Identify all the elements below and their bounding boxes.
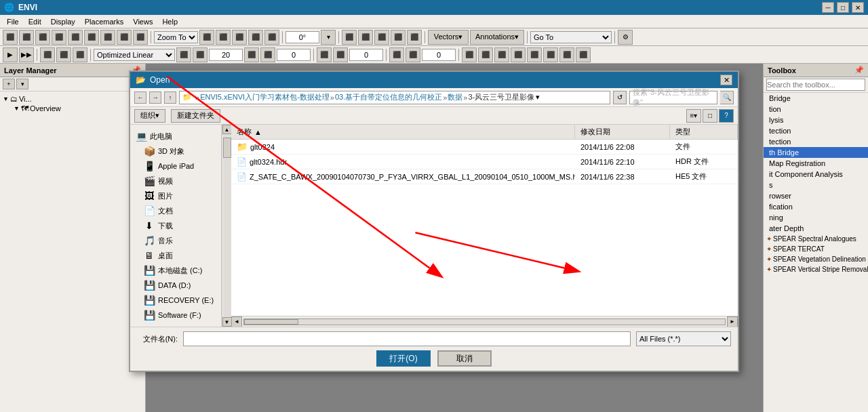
sidebar-documents[interactable]: 📄 文档 (130, 203, 221, 218)
toolbar-btn-19[interactable]: ⬛ (407, 30, 422, 45)
t2-btn-21[interactable]: ⬛ (576, 47, 591, 62)
file-row-0[interactable]: 📁 glt0324 2014/11/6 22:08 文件 (231, 140, 738, 154)
toolbar-btn-8[interactable]: ⬛ (117, 30, 132, 45)
sidebar-pictures[interactable]: 🖼 图片 (130, 188, 221, 203)
t2-btn-7[interactable]: ⬛ (193, 47, 208, 62)
toolbar-btn-3[interactable]: ⬛ (35, 30, 50, 45)
t2-btn-11[interactable]: ⬛ (333, 47, 348, 62)
toolbar-btn-18[interactable]: ⬛ (391, 30, 406, 45)
col-date[interactable]: 修改日期 (575, 125, 670, 139)
minimize-button[interactable]: ─ (822, 2, 834, 13)
path-seg-1[interactable]: ENVI5.xENVI入门学习素材包-数据处理 (200, 92, 330, 102)
t2-btn-20[interactable]: ⬛ (559, 47, 574, 62)
toolbar-btn-13[interactable]: ⬛ (248, 30, 263, 45)
search-box[interactable]: 搜索"3-风云三号卫星影像" (629, 91, 717, 104)
menu-views[interactable]: Views (129, 16, 157, 28)
toolbar-btn-10[interactable]: ⬛ (199, 30, 214, 45)
refresh-button[interactable]: ↺ (613, 91, 627, 104)
menu-placemarks[interactable]: Placemarks (81, 16, 127, 28)
new-folder-button[interactable]: 新建文件夹 (171, 109, 220, 123)
close-button[interactable]: ✕ (852, 2, 864, 13)
sidebar-downloads[interactable]: ⬇ 下载 (130, 218, 221, 233)
up-button[interactable]: ↑ (164, 91, 176, 104)
rotation-dropdown[interactable]: ▾ (321, 30, 336, 45)
cancel-button[interactable]: 取消 (437, 350, 492, 367)
band-input-2[interactable] (277, 49, 311, 61)
sidebar-drive-c[interactable]: 💾 本地磁盘 (C:) (130, 263, 221, 278)
menu-edit[interactable]: Edit (24, 16, 45, 28)
t2-btn-12[interactable]: ⬛ (389, 47, 404, 62)
sidebar-scroll-track[interactable] (223, 134, 231, 317)
rotation-input[interactable] (285, 31, 319, 43)
toolbar-btn-15[interactable]: ⬛ (342, 30, 357, 45)
toolbar-btn-4[interactable]: ⬛ (52, 30, 66, 45)
open-button[interactable]: 打开(O) (376, 350, 431, 367)
t2-btn-3[interactable]: ⬛ (40, 47, 55, 62)
search-icon[interactable]: 🔍 (720, 91, 734, 104)
sidebar-computer[interactable]: 💻 此电脑 (130, 129, 221, 144)
filename-input[interactable] (183, 331, 631, 346)
path-seg-3[interactable]: 数据 (448, 92, 462, 102)
t2-btn-19[interactable]: ⬛ (543, 47, 558, 62)
t2-btn-4[interactable]: ⬛ (56, 47, 71, 62)
path-dropdown[interactable]: ▾ (536, 93, 540, 102)
band-input-1[interactable] (209, 49, 243, 61)
sidebar-scroll-thumb[interactable] (223, 138, 231, 158)
menu-file[interactable]: File (3, 16, 23, 28)
file-hscrollbar[interactable]: ◄ ► (231, 316, 738, 327)
col-type[interactable]: 类型 (670, 125, 738, 139)
t2-btn-6[interactable]: ⬛ (176, 47, 191, 62)
hscroll-left[interactable]: ◄ (231, 316, 242, 327)
band-input-4[interactable] (422, 49, 456, 61)
sidebar-scroll-up[interactable]: ▲ (222, 125, 232, 134)
stretch-select[interactable]: Optimized Linear (94, 49, 175, 61)
toolbar-btn-1[interactable]: ⬛ (3, 30, 18, 45)
go-to-select[interactable]: Go To (530, 31, 612, 43)
col-name[interactable]: 名称 ▲ (231, 125, 575, 139)
vectors-btn[interactable]: Vectors▾ (428, 30, 469, 45)
view-list-btn[interactable]: ≡▾ (686, 109, 701, 123)
sidebar-drive-f[interactable]: 💾 Software (F:) (130, 308, 221, 323)
hscroll-right[interactable]: ► (727, 316, 738, 327)
annotations-btn[interactable]: Annotations▾ (470, 30, 524, 45)
sidebar-desktop[interactable]: 🖥 桌面 (130, 248, 221, 263)
hscroll-thumb[interactable] (244, 319, 298, 325)
sidebar-3d[interactable]: 📦 3D 对象 (130, 144, 221, 159)
t2-btn-2[interactable]: ▶▶ (19, 47, 34, 62)
menu-display[interactable]: Display (47, 16, 79, 28)
t2-btn-9[interactable]: ⬛ (260, 47, 275, 62)
toolbar-btn-16[interactable]: ⬛ (358, 30, 373, 45)
organize-button[interactable]: 组织▾ (134, 109, 165, 123)
sidebar-music[interactable]: 🎵 音乐 (130, 233, 221, 248)
back-button[interactable]: ← (134, 91, 146, 104)
toolbar-btn-2[interactable]: ⬛ (19, 30, 34, 45)
dialog-close-button[interactable]: ✕ (720, 75, 732, 85)
hscroll-track[interactable] (243, 318, 726, 325)
zoom-to-select[interactable]: Zoom To (154, 31, 198, 43)
t2-btn-13[interactable]: ⬛ (406, 47, 420, 62)
t2-btn-14[interactable]: ⬛ (462, 47, 477, 62)
file-row-2[interactable]: 📄 Z_SATE_C_BAWX_20090104070730_P_FY3A_VI… (231, 169, 738, 184)
maximize-button[interactable]: □ (837, 2, 849, 13)
view-icons-btn[interactable]: □ (703, 109, 717, 123)
path-seg-4[interactable]: 3-风云三号卫星影像 (468, 92, 534, 102)
band-input-3[interactable] (349, 49, 383, 61)
sidebar-drive-e[interactable]: 💾 RECOVERY (E:) (130, 293, 221, 308)
sidebar-drive-d[interactable]: 💾 DATA (D:) (130, 278, 221, 293)
t2-btn-18[interactable]: ⬛ (527, 47, 542, 62)
t2-btn-8[interactable]: ⬛ (244, 47, 259, 62)
toolbar-btn-17[interactable]: ⬛ (374, 30, 389, 45)
forward-button[interactable]: → (149, 91, 161, 104)
sidebar-video[interactable]: 🎬 视频 (130, 173, 221, 188)
t2-btn-16[interactable]: ⬛ (494, 47, 509, 62)
t2-btn-5[interactable]: ⬛ (73, 47, 87, 62)
sidebar-ipad[interactable]: 📱 Apple iPad (130, 159, 221, 173)
toolbar-btn-12[interactable]: ⬛ (232, 30, 247, 45)
path-breadcrumb[interactable]: 📁 » ENVI5.xENVI入门学习素材包-数据处理 » 03.基于自带定位信… (179, 91, 610, 104)
t2-btn-15[interactable]: ⬛ (478, 47, 493, 62)
toolbar-btn-11[interactable]: ⬛ (216, 30, 231, 45)
toolbar-btn-6[interactable]: ⬛ (84, 30, 99, 45)
toolbar-btn-9[interactable]: ⬛ (133, 30, 148, 45)
menu-help[interactable]: Help (158, 16, 182, 28)
t2-btn-10[interactable]: ⬛ (317, 47, 332, 62)
